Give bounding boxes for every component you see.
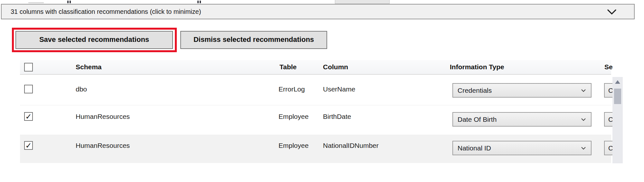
column-cell: UserName bbox=[323, 85, 355, 94]
header-sensitivity-label-truncated: Se bbox=[604, 60, 613, 74]
banner-title: 31 columns with classification recommend… bbox=[11, 5, 201, 19]
row-checkbox[interactable]: ✓ bbox=[24, 112, 33, 121]
cropped-ui-fragment bbox=[28, 2, 44, 3]
sensitivity-label-select[interactable]: C bbox=[604, 112, 612, 127]
column-cell: BirthDate bbox=[323, 112, 351, 121]
cropped-ui-fragment bbox=[70, 1, 71, 3]
combo-value: C bbox=[608, 141, 612, 155]
scrollbar-thumb[interactable] bbox=[614, 89, 621, 104]
row-checkbox[interactable]: ✓ bbox=[24, 141, 33, 150]
combo-value: C bbox=[608, 84, 612, 97]
chevron-down-icon bbox=[581, 118, 586, 121]
table-row: ✓ HumanResources Employee BirthDate Date… bbox=[20, 105, 611, 135]
cropped-ui-fragment bbox=[197, 1, 199, 3]
scroll-up-icon[interactable] bbox=[615, 80, 620, 84]
column-cell: NationalIDNumber bbox=[323, 141, 379, 150]
information-type-select[interactable]: Date Of Birth bbox=[452, 112, 592, 127]
information-type-select[interactable]: Credentials bbox=[452, 83, 592, 98]
chevron-down-icon bbox=[581, 147, 586, 150]
schema-cell: HumanResources bbox=[76, 141, 130, 150]
checkmark-icon: ✓ bbox=[25, 142, 32, 149]
sensitivity-label-select[interactable]: C bbox=[604, 141, 612, 155]
combo-value: Credentials bbox=[458, 84, 492, 97]
table-cell: Employee bbox=[279, 112, 308, 121]
chevron-down-icon bbox=[607, 9, 616, 14]
table-row: ✓ HumanResources Employee NationalIDNumb… bbox=[20, 135, 611, 163]
table-cell: Employee bbox=[279, 141, 308, 150]
schema-cell: dbo bbox=[76, 85, 87, 94]
chevron-down-icon bbox=[581, 89, 586, 92]
table-cell: ErrorLog bbox=[279, 85, 305, 94]
header-table: Table bbox=[279, 60, 297, 74]
save-recommendations-button[interactable]: Save selected recommendations bbox=[15, 31, 173, 49]
recommendations-banner[interactable]: 31 columns with classification recommend… bbox=[1, 4, 635, 19]
information-type-select[interactable]: National ID bbox=[452, 141, 592, 155]
header-column: Column bbox=[323, 60, 348, 74]
header-information-type: Information Type bbox=[450, 60, 504, 74]
data-classification-panel: 31 columns with classification recommend… bbox=[0, 0, 644, 182]
select-all-checkbox[interactable]: ✓ bbox=[24, 63, 33, 72]
checkmark-icon: ✓ bbox=[25, 113, 32, 120]
cropped-ui-fragment bbox=[67, 1, 69, 3]
table-header: ✓ Schema Table Column Information Type S… bbox=[20, 60, 611, 75]
cropped-ui-fragment bbox=[200, 1, 201, 3]
combo-value: C bbox=[608, 113, 612, 126]
combo-value: National ID bbox=[458, 141, 491, 155]
vertical-scrollbar[interactable] bbox=[612, 77, 623, 163]
schema-cell: HumanResources bbox=[76, 112, 130, 121]
row-checkbox[interactable]: ✓ bbox=[24, 85, 33, 93]
header-schema: Schema bbox=[76, 60, 102, 74]
table-row: ✓ dbo ErrorLog UserName Credentials C bbox=[20, 75, 611, 105]
dismiss-recommendations-button[interactable]: Dismiss selected recommendations bbox=[180, 31, 327, 49]
combo-value: Date Of Birth bbox=[458, 113, 497, 126]
sensitivity-label-select[interactable]: C bbox=[604, 83, 612, 98]
cropped-ui-fragment bbox=[335, 0, 390, 4]
